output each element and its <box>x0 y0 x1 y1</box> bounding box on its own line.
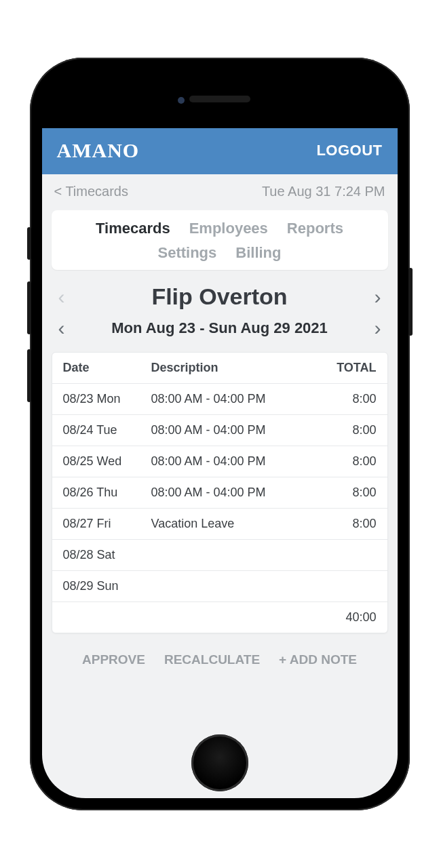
add-note-button[interactable]: + ADD NOTE <box>279 652 357 667</box>
volume-switch <box>27 227 31 260</box>
cell-description: 08:00 AM - 04:00 PM <box>151 454 329 469</box>
cell-description: 08:00 AM - 04:00 PM <box>151 423 329 437</box>
table-row[interactable]: 08/27 Fri Vacation Leave 8:00 <box>52 509 387 540</box>
approve-button[interactable]: APPROVE <box>82 652 145 667</box>
table-row[interactable]: 08/24 Tue 08:00 AM - 04:00 PM 8:00 <box>52 415 387 446</box>
grand-total: 40:00 <box>329 610 377 625</box>
timecard-table: Date Description TOTAL 08/23 Mon 08:00 A… <box>52 352 388 633</box>
employee-selector: ‹ Flip Overton › <box>42 277 398 313</box>
prev-week-icon[interactable]: ‹ <box>56 317 68 340</box>
table-row[interactable]: 08/29 Sun <box>52 571 387 602</box>
cell-date: 08/28 Sat <box>63 548 151 562</box>
back-link[interactable]: < Timecards <box>54 184 128 199</box>
current-datetime: Tue Aug 31 7:24 PM <box>262 184 385 199</box>
tab-employees[interactable]: Employees <box>189 220 268 237</box>
app-header: AMANO LOGOUT <box>42 128 398 174</box>
cell-description <box>151 579 329 593</box>
cell-date: 08/23 Mon <box>63 392 151 406</box>
recalculate-button[interactable]: RECALCULATE <box>164 652 260 667</box>
logout-button[interactable]: LOGOUT <box>316 142 382 159</box>
volume-down-button <box>27 349 31 402</box>
tab-timecards[interactable]: Timecards <box>96 220 170 237</box>
col-header-date: Date <box>63 361 151 375</box>
cell-description: 08:00 AM - 04:00 PM <box>151 486 329 500</box>
tabs-card: Timecards Employees Reports Settings Bil… <box>52 210 388 270</box>
table-row[interactable]: 08/25 Wed 08:00 AM - 04:00 PM 8:00 <box>52 446 387 477</box>
cell-total: 8:00 <box>329 423 377 437</box>
volume-up-button <box>27 281 31 334</box>
table-footer-row: 40:00 <box>52 602 387 633</box>
tab-settings[interactable]: Settings <box>157 244 216 262</box>
table-row[interactable]: 08/23 Mon 08:00 AM - 04:00 PM 8:00 <box>52 384 387 415</box>
tab-reports[interactable]: Reports <box>287 220 343 237</box>
next-employee-icon[interactable]: › <box>371 285 383 309</box>
cell-description <box>151 548 329 562</box>
table-row[interactable]: 08/26 Thu 08:00 AM - 04:00 PM 8:00 <box>52 477 387 509</box>
cell-total: 8:00 <box>329 454 377 469</box>
cell-total: 8:00 <box>329 392 377 406</box>
front-camera-icon <box>178 97 185 104</box>
col-header-total: TOTAL <box>329 361 377 375</box>
date-range-selector: ‹ Mon Aug 23 - Sun Aug 29 2021 › <box>42 313 398 348</box>
tab-billing[interactable]: Billing <box>235 244 281 262</box>
date-range: Mon Aug 23 - Sun Aug 29 2021 <box>111 319 328 337</box>
cell-description: Vacation Leave <box>151 517 329 531</box>
prev-employee-icon[interactable]: ‹ <box>56 285 68 309</box>
action-bar: APPROVE RECALCULATE + ADD NOTE <box>42 640 398 684</box>
cell-total <box>329 579 377 593</box>
phone-frame: AMANO LOGOUT < Timecards Tue Aug 31 7:24… <box>30 58 410 810</box>
table-row[interactable]: 08/28 Sat <box>52 540 387 571</box>
cell-date: 08/24 Tue <box>63 423 151 437</box>
cell-date: 08/29 Sun <box>63 579 151 593</box>
cell-description: 08:00 AM - 04:00 PM <box>151 392 329 406</box>
cell-total: 8:00 <box>329 486 377 500</box>
table-header-row: Date Description TOTAL <box>52 353 387 384</box>
home-button-icon <box>191 734 248 791</box>
col-header-description: Description <box>151 361 329 375</box>
subheader: < Timecards Tue Aug 31 7:24 PM <box>42 174 398 206</box>
cell-date: 08/26 Thu <box>63 486 151 500</box>
brand-logo: AMANO <box>57 139 140 162</box>
cell-date: 08/27 Fri <box>63 517 151 531</box>
cell-total <box>329 548 377 562</box>
phone-inner: AMANO LOGOUT < Timecards Tue Aug 31 7:24… <box>42 70 398 798</box>
speaker-grille-icon <box>189 96 250 102</box>
phone-top-bezel <box>42 70 398 128</box>
cell-total: 8:00 <box>329 517 377 531</box>
power-button <box>408 268 413 336</box>
cell-date: 08/25 Wed <box>63 454 151 469</box>
employee-name: Flip Overton <box>151 283 287 310</box>
next-week-icon[interactable]: › <box>372 317 384 340</box>
app-screen: AMANO LOGOUT < Timecards Tue Aug 31 7:24… <box>42 128 398 798</box>
